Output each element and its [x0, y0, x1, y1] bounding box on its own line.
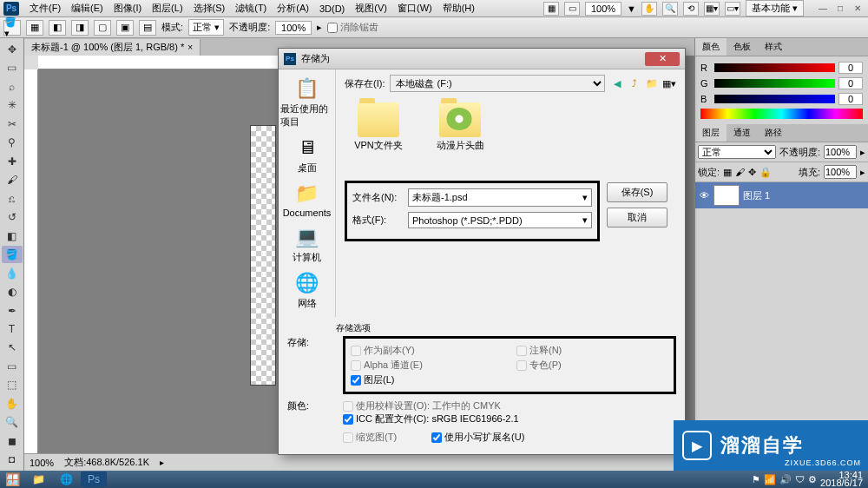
minimize-button[interactable]: —	[816, 3, 830, 14]
maximize-button[interactable]: □	[833, 3, 847, 14]
r-slider[interactable]	[714, 63, 835, 72]
up-icon[interactable]: ⤴	[628, 76, 641, 90]
marquee-tool[interactable]: ▭	[2, 59, 23, 76]
opt-as-copy[interactable]: 作为副本(Y)	[351, 344, 503, 357]
g-slider[interactable]	[714, 79, 835, 88]
tray-flag-icon[interactable]: ⚑	[752, 474, 760, 485]
dodge-tool[interactable]: ◐	[2, 283, 23, 300]
dialog-close-button[interactable]: ✕	[645, 52, 680, 66]
ruler-origin[interactable]	[24, 56, 38, 69]
doc-size-status[interactable]: 文档:468.8K/526.1K	[64, 456, 149, 469]
fill-field[interactable]	[824, 165, 857, 179]
zoom-level-field[interactable]	[585, 2, 621, 16]
start-button[interactable]: 🪟	[0, 471, 24, 488]
layer-thumbnail[interactable]	[713, 185, 740, 206]
arrange-docs-icon[interactable]: ▦▾	[704, 2, 720, 16]
fill-source-icon[interactable]: ▦	[26, 20, 43, 36]
tray-network-icon[interactable]: 📶	[764, 474, 776, 485]
format-select[interactable]: Photoshop (*.PSD;*.PDD)▾	[408, 212, 592, 228]
vertical-ruler[interactable]	[24, 69, 38, 453]
opt-icon-7[interactable]: ▤	[139, 20, 156, 36]
quickmask-toggle[interactable]: ◘	[2, 452, 23, 468]
rotate-view-icon[interactable]: ⟲	[683, 2, 699, 16]
view-extras-icon[interactable]: ▭	[564, 2, 580, 16]
color-spectrum[interactable]	[700, 109, 863, 119]
menu-3d[interactable]: 3D(D)	[314, 2, 350, 16]
tab-layers[interactable]: 图层	[695, 124, 727, 142]
lock-all-icon[interactable]: 🔒	[760, 167, 772, 178]
history-brush-tool[interactable]: ↺	[2, 208, 23, 225]
task-browser[interactable]: 🌐	[53, 472, 79, 487]
menu-filter[interactable]: 滤镜(T)	[230, 0, 272, 16]
cancel-button[interactable]: 取消	[607, 208, 667, 228]
menu-edit[interactable]: 编辑(E)	[66, 0, 108, 16]
folder-item[interactable]: 动漫片头曲	[430, 102, 490, 174]
menu-layer[interactable]: 图层(L)	[147, 0, 187, 16]
opt-icon-5[interactable]: ▢	[94, 20, 111, 36]
menu-image[interactable]: 图像(I)	[108, 0, 147, 16]
task-photoshop[interactable]: Ps	[81, 472, 107, 487]
opt-icon-6[interactable]: ▣	[116, 20, 134, 36]
save-button[interactable]: 保存(S)	[607, 182, 667, 202]
file-list[interactable]: VPN文件夹 动漫片头曲	[345, 99, 676, 177]
blend-mode-select[interactable]: 正常 ▾	[188, 19, 224, 36]
hand-tool-icon[interactable]: ✋	[641, 2, 657, 16]
menu-select[interactable]: 选择(S)	[188, 0, 231, 16]
hand-tool[interactable]: ✋	[2, 395, 23, 412]
close-tab-icon[interactable]: ×	[187, 43, 193, 52]
lasso-tool[interactable]: ⌕	[2, 78, 23, 95]
layer-row[interactable]: 👁 图层 1	[695, 182, 868, 208]
menu-window[interactable]: 窗口(W)	[392, 0, 437, 16]
brush-tool[interactable]: 🖌	[2, 171, 23, 188]
layer-name[interactable]: 图层 1	[743, 189, 770, 202]
launch-bridge-icon[interactable]: ▦	[543, 2, 559, 16]
crop-tool[interactable]: ✂	[2, 115, 23, 132]
stamp-tool[interactable]: ⎌	[2, 190, 23, 207]
bucket-tool[interactable]: 🪣	[2, 246, 23, 262]
menu-file[interactable]: 文件(F)	[24, 0, 66, 16]
move-tool[interactable]: ✥	[2, 41, 23, 57]
g-value[interactable]	[838, 77, 863, 89]
opacity-field[interactable]	[275, 21, 312, 35]
place-desktop[interactable]: 🖥桌面	[279, 132, 335, 178]
layer-opacity-field[interactable]	[824, 145, 857, 159]
path-tool[interactable]: ↖	[2, 340, 23, 356]
tab-swatches[interactable]: 色板	[727, 38, 758, 56]
opt-icc[interactable]: ICC 配置文件(C): sRGB IEC61966-2.1	[343, 412, 676, 425]
opt-layers[interactable]: 图层(L)	[351, 373, 503, 386]
menu-analysis[interactable]: 分析(A)	[272, 0, 314, 16]
heal-tool[interactable]: ✚	[2, 153, 23, 169]
menu-view[interactable]: 视图(V)	[350, 0, 392, 16]
tray-shield-icon[interactable]: 🛡	[795, 474, 805, 485]
document-tab[interactable]: 未标题-1 @ 100% (图层 1, RGB/8) * ×	[24, 39, 201, 56]
close-button[interactable]: ✕	[851, 3, 865, 14]
layer-blend-select[interactable]: 正常	[698, 145, 776, 159]
task-explorer[interactable]: 📁	[25, 472, 51, 487]
lock-pixels-icon[interactable]: 🖌	[735, 167, 745, 177]
tray-gear-icon[interactable]: ⚙	[808, 474, 817, 485]
zoom-canvas-tool[interactable]: 🔍	[2, 414, 23, 431]
zoom-status[interactable]: 100%	[30, 458, 54, 468]
lock-position-icon[interactable]: ✥	[748, 167, 756, 178]
clock[interactable]: 13:41 2018/6/17	[820, 472, 863, 487]
workspace-switcher[interactable]: 基本功能 ▾	[746, 0, 804, 16]
antialias-checkbox[interactable]: 消除锯齿	[327, 21, 378, 34]
filename-field[interactable]: 未标题-1.psd▾	[408, 188, 592, 207]
blur-tool[interactable]: 💧	[2, 265, 23, 281]
gradient-icon[interactable]: ◨	[71, 20, 89, 36]
back-icon[interactable]: ◀	[610, 76, 624, 90]
place-network[interactable]: 🌐网络	[279, 267, 335, 313]
zoom-tool-icon[interactable]: 🔍	[662, 2, 678, 16]
pen-tool[interactable]: ✒	[2, 302, 23, 319]
b-value[interactable]	[838, 93, 863, 105]
dialog-titlebar[interactable]: Ps 存储为 ✕	[279, 49, 685, 69]
tab-styles[interactable]: 样式	[758, 38, 789, 56]
visibility-icon[interactable]: 👁	[698, 190, 710, 201]
wand-tool[interactable]: ✳	[2, 96, 23, 113]
pattern-picker-icon[interactable]: ◧	[49, 20, 66, 36]
place-computer[interactable]: 💻计算机	[279, 221, 335, 267]
eyedropper-tool[interactable]: ⚲	[2, 134, 23, 150]
folder-item[interactable]: VPN文件夹	[348, 102, 409, 174]
tab-color[interactable]: 颜色	[695, 38, 727, 56]
screen-mode-icon[interactable]: ▭▾	[725, 2, 740, 16]
